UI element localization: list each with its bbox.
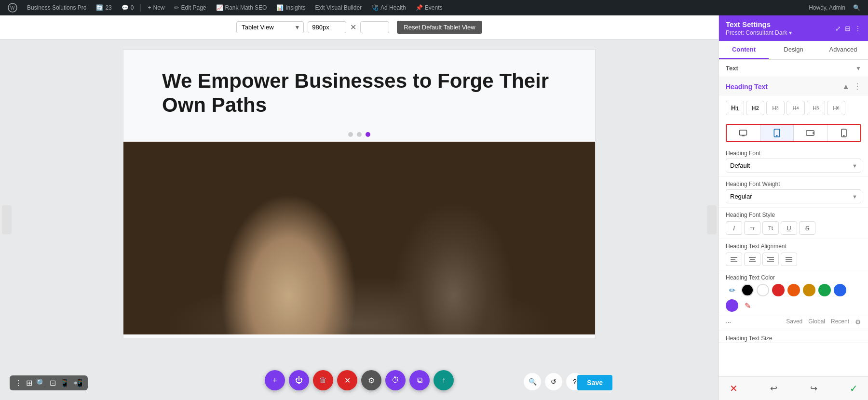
panel-split-icon[interactable]: ⊟ [845, 25, 851, 32]
toggle-visibility-button[interactable]: ⏻ [289, 370, 309, 390]
left-scroll-handle[interactable] [2, 205, 12, 234]
search-canvas-icon[interactable]: 🔍 [36, 378, 46, 387]
view-select-wrap: Tablet View Desktop View Mobile View ▼ [236, 21, 304, 33]
tab-design[interactable]: Design [769, 41, 818, 59]
italic-style-button[interactable]: I [726, 221, 742, 235]
search-btn[interactable]: 🔍 [849, 4, 864, 11]
insights-label: Insights [285, 4, 305, 11]
exit-builder-item[interactable]: Exit Visual Builder [312, 0, 366, 15]
grid-icon[interactable]: ⊞ [26, 378, 32, 387]
mobile-icon[interactable]: 📱 [60, 378, 69, 387]
tablet-view-btn[interactable] [760, 125, 794, 141]
updates-item[interactable]: 🔄 23 [92, 0, 115, 15]
collapse-heading-button[interactable]: ▲ [842, 82, 850, 91]
tab-advanced[interactable]: Advanced [818, 41, 868, 59]
color-blue-swatch[interactable] [834, 284, 846, 296]
history-button[interactable]: ⏱ [385, 370, 406, 390]
h3-button[interactable]: H3 [766, 101, 785, 115]
events-label: Events [425, 4, 443, 11]
add-element-button[interactable]: + [265, 370, 285, 390]
heading-level-buttons: H1 H2 H3 H4 H5 H6 [719, 96, 868, 120]
color-black-swatch[interactable] [741, 284, 754, 296]
strikethrough-style-button[interactable]: S [799, 221, 815, 235]
h4-button[interactable]: H4 [787, 101, 805, 115]
mobile-landscape-view-btn[interactable] [794, 125, 827, 141]
underline-style-button[interactable]: U [781, 221, 797, 235]
reset-view-button[interactable]: Reset Default Tablet View [397, 21, 482, 34]
heading-font-weight-select[interactable]: Regular [726, 189, 861, 203]
panel-undo-button[interactable]: ↩ [766, 381, 781, 396]
view-select[interactable]: Tablet View Desktop View Mobile View [236, 21, 304, 33]
dot-1 [348, 132, 353, 137]
align-right-button[interactable] [762, 253, 779, 266]
events-item[interactable]: 📌 Events [412, 0, 447, 15]
responsive-button[interactable]: ⧉ [409, 370, 430, 390]
color-pen-button[interactable]: ✏ [726, 284, 738, 296]
h6-button[interactable]: H6 [827, 101, 845, 115]
comments-item[interactable]: 💬 0 [118, 0, 138, 15]
desktop-view-btn[interactable] [727, 125, 760, 141]
text-section-header[interactable]: Text ▼ [719, 60, 868, 77]
align-left-button[interactable] [726, 253, 742, 266]
heading-font-select[interactable]: Default [726, 159, 861, 173]
dot-3 [366, 132, 370, 137]
uppercase-style-button[interactable]: TT [744, 221, 760, 235]
color-purple-swatch[interactable] [726, 299, 738, 312]
new-item[interactable]: + New [144, 0, 168, 15]
close-element-button[interactable]: ✕ [337, 370, 357, 390]
dots-icon: ··· [726, 318, 731, 327]
refresh-button[interactable]: ↺ [545, 373, 562, 390]
edit-page-item[interactable]: ✏ Edit Page [170, 0, 210, 15]
rank-math-item[interactable]: 📈 Rank Math SEO [212, 0, 271, 15]
panel-close-button[interactable]: ✕ [726, 381, 741, 396]
h1-button[interactable]: H1 [726, 101, 744, 115]
canvas-area: Tablet View Desktop View Mobile View ▼ ✕… [0, 15, 719, 400]
saved-color-tab[interactable]: Saved [786, 318, 802, 327]
color-settings-gear-icon[interactable]: ⚙ [855, 318, 861, 327]
recent-color-tab[interactable]: Recent [831, 318, 849, 327]
color-red-swatch[interactable] [772, 284, 785, 296]
heading-more-button[interactable]: ⋮ [854, 82, 861, 91]
tablet-icon[interactable]: ⊡ [50, 378, 56, 387]
panel-title: Text Settings [726, 20, 792, 28]
heading-font-style-group: Heading Font Style I TT Tt U S [719, 208, 868, 239]
comment-icon: 💬 [122, 4, 129, 11]
color-yellow-swatch[interactable] [803, 284, 815, 296]
wp-logo-item[interactable]: W [4, 0, 21, 15]
px-input[interactable] [308, 21, 346, 33]
mobile-view-btn[interactable] [827, 125, 861, 141]
h5-button[interactable]: H5 [807, 101, 825, 115]
panel-tabs: Content Design Advanced [719, 41, 868, 60]
search-page-button[interactable]: 🔍 [524, 373, 541, 390]
tab-content[interactable]: Content [719, 41, 769, 59]
publish-button[interactable]: ↑ [434, 370, 454, 390]
svg-point-6 [776, 135, 777, 136]
panel-expand-icon[interactable]: ⤢ [835, 25, 841, 32]
capitalize-style-button[interactable]: Tt [762, 221, 779, 235]
align-center-button[interactable] [744, 253, 760, 266]
delete-element-button[interactable]: 🗑 [313, 370, 333, 390]
element-settings-button[interactable]: ⚙ [361, 370, 381, 390]
menu-icon[interactable]: ⋮ [14, 378, 22, 387]
global-color-tab[interactable]: Global [808, 318, 825, 327]
panel-header: Text Settings Preset: Consultant Dark ▾ … [719, 15, 868, 41]
insights-item[interactable]: 📊 Insights [272, 0, 309, 15]
panel-menu-icon[interactable]: ⋮ [854, 25, 861, 32]
align-justify-button[interactable] [781, 253, 797, 266]
right-scroll-handle[interactable] [707, 205, 717, 234]
ad-health-item[interactable]: 🩺 Ad Health [367, 0, 410, 15]
panel-redo-button[interactable]: ↪ [806, 381, 821, 396]
color-orange-swatch[interactable] [787, 284, 800, 296]
px-input-2[interactable] [360, 21, 389, 33]
heading-font-weight-label: Heading Font Weight [726, 181, 861, 187]
phone-icon[interactable]: 📲 [73, 378, 83, 387]
site-name-item[interactable]: Business Solutions Pro [23, 0, 90, 15]
h2-button[interactable]: H2 [746, 101, 764, 115]
ad-health-label: Ad Health [380, 4, 406, 11]
clear-px-button[interactable]: ✕ [348, 22, 358, 33]
color-edit-button[interactable]: ✎ [741, 299, 754, 312]
panel-confirm-button[interactable]: ✓ [846, 381, 861, 396]
color-green-swatch[interactable] [818, 284, 831, 296]
color-white-swatch[interactable] [757, 284, 769, 296]
save-button[interactable]: Save [577, 375, 612, 390]
